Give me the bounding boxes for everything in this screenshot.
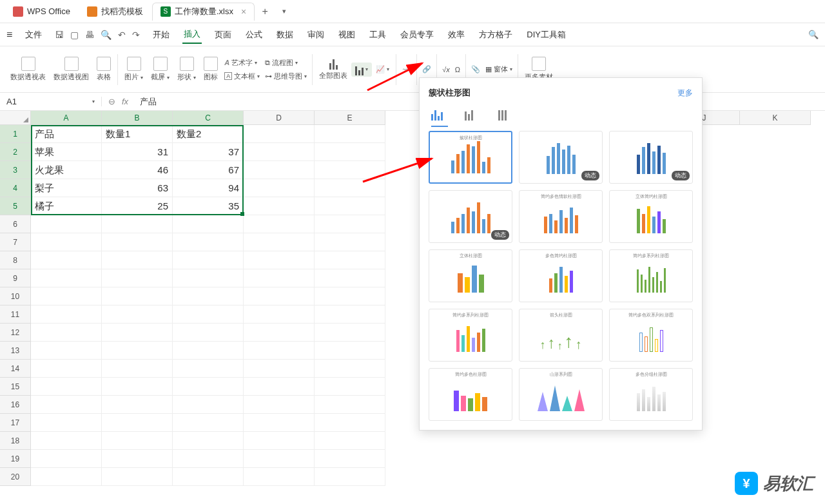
chart-thumb[interactable]: 动态 (429, 190, 512, 243)
col-header-A[interactable]: A (31, 111, 102, 125)
preview-icon[interactable]: 🔍 (101, 30, 112, 40)
chart-thumb[interactable]: 簇状柱形图 (429, 131, 512, 184)
row-header[interactable]: 2 (0, 143, 31, 161)
form-button[interactable]: ▦ 窗体 ▾ (483, 64, 515, 75)
col-header-D[interactable]: D (244, 111, 315, 125)
cells-area[interactable]: 产品 数量1 数量2 苹果 31 37 火龙果 46 67 梨子 63 94 (31, 125, 385, 486)
all-charts-button[interactable]: 全部图表 (315, 58, 351, 81)
row-header[interactable]: 9 (0, 269, 31, 287)
row-header[interactable]: 12 (0, 324, 31, 342)
link-button[interactable]: 🔗 (420, 64, 434, 74)
equation-button[interactable]: √x (440, 65, 452, 74)
picture-button[interactable]: 图片 ▾ (121, 57, 147, 82)
close-tab-button[interactable]: × (241, 6, 246, 17)
redo-icon[interactable]: ↷ (132, 30, 140, 40)
chart-thumb[interactable]: 立体简约柱形图 (609, 190, 693, 243)
row-header[interactable]: 1 (0, 125, 31, 143)
cell[interactable]: 63 (102, 179, 173, 197)
row-header[interactable]: 15 (0, 378, 31, 396)
cell[interactable]: 31 (102, 143, 173, 161)
row-header[interactable]: 8 (0, 251, 31, 269)
row-header[interactable]: 4 (0, 179, 31, 197)
search-icon[interactable]: 🔍 (808, 30, 819, 39)
row-header[interactable]: 13 (0, 342, 31, 360)
textbox-button[interactable]: A 文本框 ▾ (222, 71, 262, 82)
row-header[interactable]: 3 (0, 161, 31, 179)
tab-ffgz[interactable]: 方方格子 (478, 26, 514, 43)
row-header[interactable]: 6 (0, 215, 31, 233)
workbook-tab[interactable]: S 工作簿数量.xlsx × (152, 3, 255, 21)
cancel-icon[interactable]: ⊖ (108, 97, 115, 106)
tab-tools[interactable]: 工具 (368, 26, 387, 43)
chart-thumb[interactable]: 简约多色双系列柱形图 (609, 309, 693, 362)
pivot-table-button[interactable]: 数据透视表 (6, 57, 50, 82)
row-header[interactable]: 7 (0, 233, 31, 251)
col-header-K[interactable]: K (740, 111, 811, 125)
cell[interactable]: 25 (102, 197, 173, 215)
cell[interactable]: 苹果 (31, 143, 102, 161)
clustered-column-subtype[interactable] (431, 109, 448, 122)
name-box[interactable]: A1 ▾ (0, 97, 102, 106)
more-link[interactable]: 更多 (677, 88, 693, 99)
symbol-button[interactable]: Ω (452, 65, 463, 74)
tab-review[interactable]: 审阅 (306, 26, 325, 43)
cell[interactable]: 数量2 (173, 125, 244, 143)
row-header[interactable]: 10 (0, 287, 31, 305)
template-tab[interactable]: 找稻壳模板 (79, 3, 151, 21)
attachment-button[interactable]: 📎 (469, 64, 483, 74)
wordart-button[interactable]: A 艺术字 ▾ (222, 57, 262, 68)
mindmap-button[interactable]: ⊶ 思维导图 ▾ (262, 71, 309, 82)
percent-stacked-subtype[interactable] (498, 109, 515, 122)
chart-thumb[interactable]: 简约多色柱形图 (429, 368, 512, 421)
add-tab-button[interactable]: + (256, 6, 274, 17)
column-chart-button[interactable]: ▾ (351, 63, 372, 77)
stacked-column-subtype[interactable] (465, 109, 481, 122)
chart-thumb[interactable]: 动态 (609, 131, 693, 184)
cell[interactable]: 37 (173, 143, 244, 161)
chart-thumb[interactable]: 山形系列图 (519, 368, 603, 421)
tab-page[interactable]: 页面 (213, 26, 233, 43)
chart-thumb[interactable]: 立体柱形图 (429, 249, 512, 302)
icon-button[interactable]: 图标 (200, 57, 222, 82)
row-header[interactable]: 19 (0, 450, 31, 468)
cell[interactable]: 梨子 (31, 179, 102, 197)
row-header[interactable]: 14 (0, 360, 31, 378)
cell[interactable]: 46 (102, 161, 173, 179)
chart-thumb[interactable]: 简约多系列柱形图 (609, 249, 693, 302)
select-all-corner[interactable] (0, 111, 31, 125)
cell[interactable]: 橘子 (31, 197, 102, 215)
table-button[interactable]: 表格 (93, 57, 115, 82)
hamburger-icon[interactable]: ≡ (6, 29, 12, 41)
row-header[interactable]: 18 (0, 432, 31, 450)
row-header[interactable]: 16 (0, 396, 31, 414)
undo-icon[interactable]: ↶ (118, 30, 126, 40)
screenshot-button[interactable]: 截屏 ▾ (147, 57, 173, 82)
chart-thumb[interactable]: 多色分组柱形图 (609, 368, 693, 421)
row-header[interactable]: 11 (0, 305, 31, 324)
cell[interactable]: 35 (173, 197, 244, 215)
chart-thumb[interactable]: 简约多色情款柱形图 (519, 190, 603, 243)
line-chart-button[interactable]: 📈▾ (372, 64, 393, 75)
row-header[interactable]: 17 (0, 414, 31, 432)
tab-diy[interactable]: DIY工具箱 (525, 26, 567, 43)
tab-insert[interactable]: 插入 (182, 26, 202, 44)
col-header-C[interactable]: C (173, 111, 244, 125)
print-icon[interactable]: 🖶 (85, 30, 94, 40)
cell[interactable]: 火龙果 (31, 161, 102, 179)
chart-thumb[interactable]: 简约多系列柱形图 (429, 309, 512, 362)
tab-member[interactable]: 会员专享 (399, 26, 435, 43)
tab-view[interactable]: 视图 (337, 26, 356, 43)
pivot-chart-button[interactable]: 数据透视图 (50, 57, 93, 82)
new-icon[interactable]: ▢ (70, 30, 79, 40)
sparkline-button[interactable]: 〰 (399, 64, 414, 75)
chart-thumb[interactable]: 动态 (519, 131, 603, 184)
tab-dropdown[interactable]: ▾ (275, 7, 293, 15)
row-header[interactable]: 20 (0, 468, 31, 486)
fx-icon[interactable]: fx (122, 97, 128, 106)
cell[interactable]: 94 (173, 179, 244, 197)
col-header-B[interactable]: B (102, 111, 173, 125)
row-header[interactable]: 5 (0, 197, 31, 215)
shape-button[interactable]: 形状 ▾ (173, 57, 200, 82)
tab-start[interactable]: 开始 (151, 26, 171, 43)
chart-thumb[interactable]: 多色简约柱形图 (519, 249, 603, 302)
